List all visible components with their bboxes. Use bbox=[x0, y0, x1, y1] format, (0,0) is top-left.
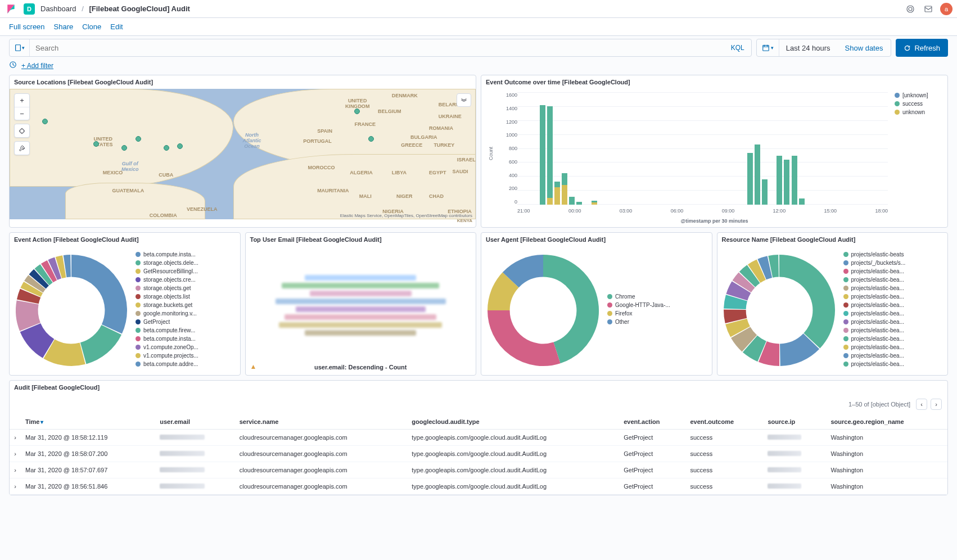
svg-point-6 bbox=[20, 129, 24, 133]
column-header[interactable]: event.action bbox=[619, 414, 685, 430]
breadcrumb-separator: / bbox=[82, 4, 84, 13]
panel-title: Event Outcome over time [Filebeat Google… bbox=[481, 75, 947, 89]
column-header[interactable]: source.geo.region_name bbox=[826, 414, 947, 430]
kibana-logo-icon[interactable] bbox=[4, 2, 18, 16]
tag-cloud-caption: user.email: Descending - Count bbox=[246, 364, 476, 371]
zoom-out-button[interactable]: − bbox=[15, 107, 29, 120]
x-axis-ticks: 21:0000:0003:0006:0009:0012:0015:0018:00 bbox=[517, 206, 888, 218]
app-badge[interactable]: D bbox=[24, 3, 35, 15]
user-avatar[interactable]: a bbox=[940, 3, 953, 15]
column-header[interactable]: event.outcome bbox=[685, 414, 763, 430]
date-range-text: Last 24 hours bbox=[779, 44, 837, 52]
refresh-icon bbox=[904, 44, 911, 52]
map-attribution: Elastic Maps Service, OpenMapTiles, Open… bbox=[340, 213, 472, 218]
dashboard-toolbar: Full screen Share Clone Edit bbox=[0, 18, 957, 36]
expand-row-button[interactable]: › bbox=[10, 446, 21, 462]
svg-point-0 bbox=[907, 6, 914, 12]
tools-button[interactable] bbox=[15, 142, 29, 155]
breadcrumb-root[interactable]: Dashboard bbox=[40, 4, 76, 13]
newsfeed-icon[interactable] bbox=[922, 3, 935, 15]
query-language-toggle[interactable]: KQL bbox=[724, 44, 751, 52]
map-canvas[interactable]: UNITEDSTATES MEXICO CUBA GUATEMALA COLOM… bbox=[10, 89, 476, 219]
panel-title: Top User Email [Filebeat GoogleCloud Aud… bbox=[246, 233, 476, 246]
breadcrumb-current: [Filebeat GoogleCloud] Audit bbox=[89, 4, 189, 13]
calendar-icon[interactable]: ▾ bbox=[757, 39, 779, 56]
chart-legend: projects/elastic-beatsprojects/_/buckets… bbox=[841, 249, 948, 372]
donut-chart[interactable] bbox=[10, 249, 133, 372]
pagination-label: 1–50 of [object Object] bbox=[848, 401, 910, 408]
svg-rect-3 bbox=[16, 45, 21, 51]
help-icon[interactable] bbox=[904, 3, 917, 15]
bar-chart[interactable] bbox=[517, 92, 888, 205]
show-dates-link[interactable]: Show dates bbox=[837, 44, 891, 52]
panel-event-outcome: Event Outcome over time [Filebeat Google… bbox=[481, 75, 948, 228]
column-header[interactable]: service.name bbox=[235, 414, 408, 430]
date-picker[interactable]: ▾ Last 24 hours Show dates bbox=[756, 39, 892, 57]
fit-bounds-button[interactable] bbox=[15, 124, 29, 137]
panel-title: Resource Name [Filebeat GoogleCloud Audi… bbox=[717, 233, 948, 246]
share-link[interactable]: Share bbox=[54, 22, 74, 31]
refresh-button[interactable]: Refresh bbox=[896, 39, 948, 57]
panel-title: User Agent [Filebeat GoogleCloud Audit] bbox=[481, 233, 712, 246]
chart-legend: beta.compute.insta...storage.objects.del… bbox=[133, 249, 240, 372]
panel-top-user-email: Top User Email [Filebeat GoogleCloud Aud… bbox=[245, 232, 477, 376]
table-row[interactable]: ›Mar 31, 2020 @ 18:58:07.200cloudresourc… bbox=[10, 446, 947, 462]
panel-title: Source Locations [Filebeat GoogleCloud A… bbox=[10, 75, 476, 89]
add-filter-link[interactable]: + Add filter bbox=[21, 62, 53, 70]
panel-audit-table: Audit [Filebeat GoogleCloud] 1–50 of [ob… bbox=[9, 380, 948, 495]
panel-title: Event Action [Filebeat GoogleCloud Audit… bbox=[10, 233, 240, 246]
column-header[interactable]: source.ip bbox=[763, 414, 826, 430]
table-header-row: Time▾user.emailservice.namegooglecloud.a… bbox=[10, 414, 947, 430]
svg-point-1 bbox=[909, 7, 912, 11]
y-axis-ticks: 16001400120010008006004002000 bbox=[500, 89, 517, 218]
dashboard-grid: Source Locations [Filebeat GoogleCloud A… bbox=[0, 75, 957, 504]
chart-legend: ChromeGoogle-HTTP-Java-...FirefoxOther bbox=[605, 291, 712, 329]
svg-rect-4 bbox=[763, 46, 769, 51]
column-header[interactable]: Time▾ bbox=[21, 414, 155, 430]
breadcrumb: Dashboard / [Filebeat GoogleCloud] Audit bbox=[40, 4, 190, 13]
panel-event-action: Event Action [Filebeat GoogleCloud Audit… bbox=[9, 232, 241, 376]
layers-button[interactable] bbox=[457, 93, 471, 107]
chart-legend: [unknown]successunknown bbox=[891, 89, 947, 218]
zoom-in-button[interactable]: + bbox=[15, 94, 29, 107]
donut-chart[interactable] bbox=[481, 249, 605, 372]
y-axis-label: Count bbox=[488, 147, 494, 160]
edit-link[interactable]: Edit bbox=[110, 22, 123, 31]
panel-user-agent: User Agent [Filebeat GoogleCloud Audit] … bbox=[481, 232, 712, 376]
full-screen-link[interactable]: Full screen bbox=[9, 22, 45, 31]
tag-cloud[interactable] bbox=[246, 246, 476, 364]
audit-table: Time▾user.emailservice.namegooglecloud.a… bbox=[10, 414, 947, 495]
panel-title: Audit [Filebeat GoogleCloud] bbox=[10, 381, 947, 394]
panel-source-locations: Source Locations [Filebeat GoogleCloud A… bbox=[9, 75, 476, 228]
column-header[interactable]: googlecloud.audit.type bbox=[407, 414, 619, 430]
query-bar: ▾ KQL ▾ Last 24 hours Show dates Refresh bbox=[0, 36, 957, 60]
table-row[interactable]: ›Mar 31, 2020 @ 18:56:51.846cloudresourc… bbox=[10, 478, 947, 495]
filter-icon[interactable] bbox=[9, 61, 17, 70]
x-axis-label: @timestamp per 30 minutes bbox=[481, 218, 947, 224]
query-input-wrap: ▾ KQL bbox=[9, 39, 752, 57]
panel-resource-name: Resource Name [Filebeat GoogleCloud Audi… bbox=[717, 232, 949, 376]
saved-query-button[interactable]: ▾ bbox=[10, 39, 30, 56]
filter-bar: + Add filter bbox=[0, 60, 957, 75]
page-prev-button[interactable]: ‹ bbox=[916, 399, 927, 410]
donut-chart[interactable] bbox=[717, 249, 841, 372]
expand-row-button[interactable]: › bbox=[10, 462, 21, 478]
global-header: D Dashboard / [Filebeat GoogleCloud] Aud… bbox=[0, 0, 957, 18]
clone-link[interactable]: Clone bbox=[82, 22, 101, 31]
column-header[interactable]: user.email bbox=[155, 414, 234, 430]
svg-rect-2 bbox=[925, 6, 932, 12]
expand-row-button[interactable]: › bbox=[10, 478, 21, 495]
page-next-button[interactable]: › bbox=[931, 399, 942, 410]
expand-row-button[interactable]: › bbox=[10, 430, 21, 446]
table-row[interactable]: ›Mar 31, 2020 @ 18:58:12.119cloudresourc… bbox=[10, 430, 947, 446]
search-input[interactable] bbox=[30, 44, 724, 52]
table-row[interactable]: ›Mar 31, 2020 @ 18:57:07.697cloudresourc… bbox=[10, 462, 947, 478]
